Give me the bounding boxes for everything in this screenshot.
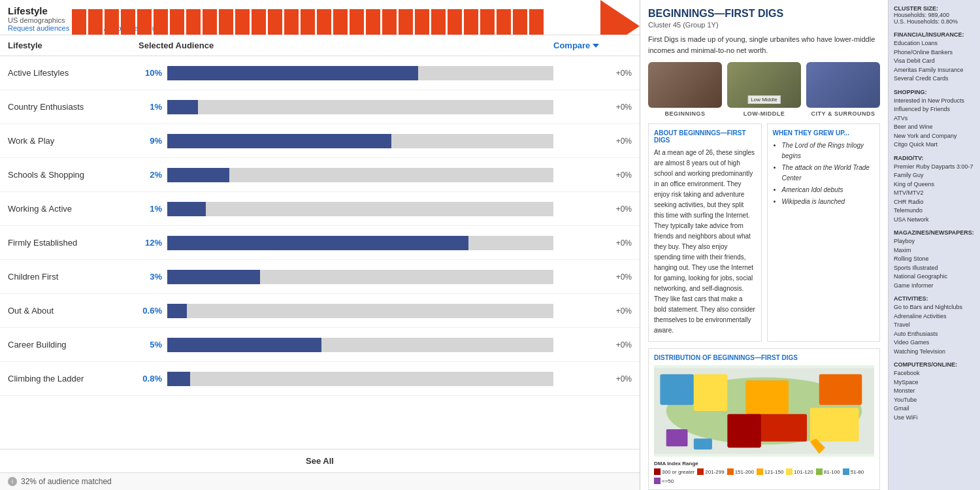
- row-bar-area: 0.8%: [139, 372, 553, 386]
- far-right-item: Beer and Wine: [894, 123, 975, 132]
- cluster-image-box: Low Middle LOW-MIDDLE: [727, 62, 801, 117]
- col-compare-header[interactable]: Compare: [553, 41, 632, 50]
- far-right-sections: FINANCIAL/INSURANCE: Education LoansPhon…: [894, 31, 975, 422]
- row-compare: +0%: [553, 374, 632, 384]
- far-right-item: Visa Debit Card: [894, 57, 975, 66]
- bar-container: [167, 134, 553, 148]
- svg-rect-7: [810, 408, 859, 441]
- cluster-image-label: BEGINNINGS: [664, 110, 705, 117]
- chevron-down-icon: [593, 44, 599, 48]
- svg-rect-11: [694, 438, 712, 449]
- table-row[interactable]: Children First 3% +0%: [0, 260, 640, 294]
- legend-item: <=50: [654, 478, 674, 484]
- row-bar-area: 1%: [139, 202, 553, 216]
- far-right-section: RADIO/TV: Premier Ruby Dayparts 3:00-7Fa…: [894, 155, 975, 225]
- when-item: Wikipedia is launched: [782, 197, 875, 207]
- far-right-item: Ameritas Family Insurance: [894, 66, 975, 75]
- cluster-size-section: CLUSTER SIZE: Households: 989,400 U.S. H…: [894, 5, 975, 25]
- col-audience-header: Selected Audience: [139, 41, 553, 50]
- distribution-section: DISTRIBUTION OF BEGINNINGS—FIRST DIGS: [648, 348, 880, 490]
- row-label: Active Lifestyles: [8, 68, 139, 78]
- svg-rect-4: [745, 380, 789, 414]
- when-title: WHEN THEY GREW UP...: [773, 129, 875, 137]
- svg-rect-8: [727, 414, 760, 448]
- legend-color: [697, 468, 704, 475]
- row-label: Out & About: [8, 306, 139, 316]
- about-title: ABOUT BEGINNINGS—FIRST DIGS: [654, 129, 756, 144]
- cluster-image-label: LOW-MIDDLE: [743, 110, 785, 117]
- table-row[interactable]: Climbing the Ladder 0.8% +0%: [0, 362, 640, 396]
- legend-label: 151-200: [735, 469, 754, 475]
- far-right-item: Rolling Stone: [894, 255, 975, 264]
- table-row[interactable]: Firmly Established 12% +0%: [0, 226, 640, 260]
- row-bar-area: 10%: [139, 66, 553, 80]
- compare-label: Compare: [553, 41, 590, 50]
- legend-item: 151-200: [727, 468, 754, 475]
- table-row[interactable]: Schools & Shopping 2% +0%: [0, 158, 640, 192]
- table-row[interactable]: Working & Active 1% +0%: [0, 192, 640, 226]
- legend-item: 121-150: [757, 468, 783, 475]
- far-right-item: USA Network: [894, 216, 975, 225]
- header-link[interactable]: Request audiences here from Acxiom Data …: [8, 24, 632, 32]
- see-all-button[interactable]: See All: [0, 449, 640, 472]
- far-right-section-title: RADIO/TV:: [894, 155, 975, 161]
- table-row[interactable]: Country Enthusiasts 1% +0%: [0, 90, 640, 124]
- far-right-item: Premier Ruby Dayparts 3:00-7: [894, 163, 975, 172]
- when-item: The attack on the World Trade Center: [782, 163, 875, 184]
- bar-fill: [167, 304, 187, 318]
- row-bar-area: 5%: [139, 338, 553, 352]
- table-row[interactable]: Out & About 0.6% +0%: [0, 294, 640, 328]
- legend-color: [654, 478, 661, 484]
- footer-text: 32% of audience matched: [21, 477, 112, 486]
- bar-container: [167, 270, 553, 284]
- legend-item: 300 or greater: [654, 468, 694, 475]
- households-value: Households: 989,400: [894, 12, 975, 18]
- us-map-svg: [654, 365, 874, 457]
- table-row[interactable]: Active Lifestyles 10% +0%: [0, 56, 640, 90]
- about-text: At a mean age of 26, these singles are a…: [654, 148, 756, 336]
- far-right-panel: CLUSTER SIZE: Households: 989,400 U.S. H…: [889, 0, 980, 490]
- cluster-image-box: CITY & SURROUNDS: [806, 62, 880, 117]
- bar-fill: [167, 372, 190, 386]
- row-bar-area: 0.6%: [139, 304, 553, 318]
- bar-container: [167, 304, 553, 318]
- far-right-section: FINANCIAL/INSURANCE: Education LoansPhon…: [894, 31, 975, 84]
- row-label: Work & Play: [8, 136, 139, 146]
- far-right-item: Watching Television: [894, 348, 975, 357]
- far-right-section-title: COMPUTERS/ONLINE:: [894, 361, 975, 368]
- row-label: Climbing the Ladder: [8, 374, 139, 384]
- far-right-item: Auto Enthusiasts: [894, 330, 975, 339]
- legend-color: [786, 468, 792, 475]
- row-bar-area: 2%: [139, 168, 553, 182]
- table-row[interactable]: Work & Play 9% +0%: [0, 124, 640, 158]
- legend-label: 300 or greater: [662, 469, 694, 475]
- cluster-images: BEGINNINGS Low Middle LOW-MIDDLE CITY & …: [648, 62, 880, 117]
- bar-fill: [167, 236, 468, 250]
- far-right-section: COMPUTERS/ONLINE: FacebookMySpaceMonster…: [894, 361, 975, 422]
- legend-color: [843, 468, 849, 475]
- cluster-title: BEGINNINGS—FIRST DIGS: [648, 8, 880, 20]
- row-bar-area: 1%: [139, 100, 553, 114]
- far-right-item: Several Credit Cards: [894, 74, 975, 84]
- far-right-item: CHR Radio: [894, 198, 975, 207]
- cluster-image: [648, 62, 722, 108]
- far-right-item: Citgo Quick Mart: [894, 140, 975, 150]
- map-placeholder: [654, 365, 874, 457]
- bar-container: [167, 236, 553, 250]
- row-bar-area: 12%: [139, 236, 553, 250]
- far-right-item: Use WiFi: [894, 414, 975, 423]
- row-compare: +0%: [553, 306, 632, 316]
- bar-container: [167, 202, 553, 216]
- header-title: Lifestyle: [8, 5, 632, 16]
- bar-fill: [167, 338, 321, 352]
- far-right-section: ACTIVITIES: Go to Bars and NightclubsAdr…: [894, 295, 975, 356]
- bar-container: [167, 372, 553, 386]
- far-right-item: Go to Bars and Nightclubs: [894, 303, 975, 312]
- bar-container: [167, 168, 553, 182]
- cluster-image-box: BEGINNINGS: [648, 62, 722, 117]
- table-row[interactable]: Career Building 5% +0%: [0, 328, 640, 362]
- row-compare: +0%: [553, 69, 632, 78]
- cluster-image-label: CITY & SURROUNDS: [811, 110, 875, 117]
- legend-items: 300 or greater 201-299 151-200 121-150 1…: [654, 468, 874, 484]
- legend-label: 51-80: [851, 469, 864, 475]
